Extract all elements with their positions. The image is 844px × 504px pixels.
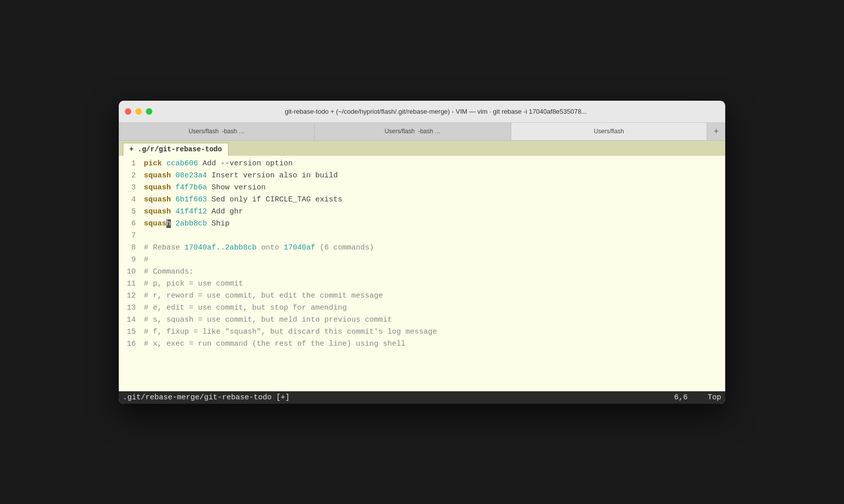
line-content-2: squash 08e23a4 Insert version also in bu… <box>144 170 338 181</box>
editor-area: + .g/r/git-rebase-todo 1 pick ccab606 Ad… <box>119 141 725 391</box>
comment-8b: onto <box>257 243 284 252</box>
line-num-4: 4 <box>119 194 144 205</box>
maximize-button[interactable] <box>146 108 152 115</box>
close-button[interactable] <box>125 108 131 115</box>
line-content-14: # s, squash = use commit, but meld into … <box>144 314 392 326</box>
tab-1-label: Users/flash <box>188 128 219 135</box>
line-num-8: 8 <box>119 242 144 254</box>
comment-8d: (6 commands) <box>315 243 374 252</box>
line-14: 14 # s, squash = use commit, but meld in… <box>119 314 725 326</box>
line-content-10: # Commands: <box>144 266 193 278</box>
tab-2[interactable]: Users/flash -bash … <box>315 123 511 140</box>
hash-1: ccab606 <box>166 159 198 168</box>
line-num-2: 2 <box>119 170 144 181</box>
line-content-3: squash f4f7b6a Show version <box>144 182 266 193</box>
desc-5: Add ghr <box>212 207 243 216</box>
line-content-4: squash 6b1f663 Sed only if CIRCLE_TAG ex… <box>144 194 342 205</box>
add-tab-icon: + <box>714 126 719 137</box>
comment-8: # Rebase <box>144 243 184 252</box>
line-3: 3 squash f4f7b6a Show version <box>119 182 725 194</box>
desc-3: Show version <box>212 183 266 192</box>
file-tab[interactable]: + .g/r/git-rebase-todo <box>123 143 229 156</box>
line-1: 1 pick ccab606 Add --version option <box>119 158 725 170</box>
line-content-1: pick ccab606 Add --version option <box>144 158 293 169</box>
window-title: git-rebase-todo + (~/code/hypriot/flash/… <box>152 108 719 115</box>
tab-2-label: Users/flash <box>384 128 414 135</box>
status-file: .git/rebase-merge/git-rebase-todo [+] <box>123 393 290 402</box>
status-right: 6,6 Top <box>674 393 721 402</box>
desc-2: Insert version also in build <box>212 171 338 180</box>
line-content-15: # f, fixup = like "squash", but discard … <box>144 326 437 338</box>
keyword-squash-6: squas <box>144 219 166 228</box>
line-num-1: 1 <box>119 158 144 169</box>
tab-3-label: Users/flash <box>594 128 624 135</box>
tab-2-sublabel: -bash … <box>418 128 441 135</box>
hash-8a: 17040af..2abb8cb <box>184 243 257 252</box>
line-content-12: # r, reword = use commit, but edit the c… <box>144 290 383 302</box>
line-13: 13 # e, edit = use commit, but stop for … <box>119 302 725 314</box>
minimize-button[interactable] <box>135 108 142 115</box>
keyword-squash-4: squash <box>144 195 171 204</box>
line-num-12: 12 <box>119 290 144 302</box>
line-content-6: squash 2abb8cb Ship <box>144 218 230 229</box>
line-num-7: 7 <box>119 230 144 241</box>
status-position: Top <box>708 393 721 402</box>
keyword-pick: pick <box>144 159 162 168</box>
line-num-10: 10 <box>119 266 144 278</box>
keyword-squash-2: squash <box>144 171 171 180</box>
line-content-11: # p, pick = use commit <box>144 278 243 290</box>
line-10: 10 # Commands: <box>119 266 725 278</box>
line-2: 2 squash 08e23a4 Insert version also in … <box>119 170 725 182</box>
line-num-15: 15 <box>119 326 144 338</box>
desc-6: Ship <box>212 219 230 228</box>
line-content-8: # Rebase 17040af..2abb8cb onto 17040af (… <box>144 242 374 254</box>
line-9: 9 # <box>119 254 725 266</box>
hash-6: 2abb8cb <box>175 219 207 228</box>
tab-bar: Users/flash -bash … Users/flash -bash … … <box>119 123 725 141</box>
line-num-5: 5 <box>119 206 144 217</box>
hash-8c: 17040af <box>284 243 315 252</box>
line-6: 6 squash 2abb8cb Ship <box>119 218 725 230</box>
keyword-squash-3: squash <box>144 183 171 192</box>
hash-3: f4f7b6a <box>175 183 207 192</box>
desc-4: Sed only if CIRCLE_TAG exists <box>212 195 342 204</box>
tab-1-sublabel: -bash … <box>222 128 245 135</box>
line-12: 12 # r, reword = use commit, but edit th… <box>119 290 725 302</box>
hash-4: 6b1f663 <box>175 195 207 204</box>
tab-3[interactable]: Users/flash <box>511 123 707 140</box>
line-content-9: # <box>144 254 148 266</box>
window-controls <box>125 108 152 115</box>
line-7: 7 <box>119 230 725 242</box>
keyword-squash-5: squash <box>144 207 171 216</box>
app-window: git-rebase-todo + (~/code/hypriot/flash/… <box>119 101 725 404</box>
line-num-16: 16 <box>119 338 144 350</box>
line-15: 15 # f, fixup = like "squash", but disca… <box>119 326 725 338</box>
line-4: 4 squash 6b1f663 Sed only if CIRCLE_TAG … <box>119 194 725 206</box>
hash-2: 08e23a4 <box>175 171 207 180</box>
desc-1: Add --version option <box>202 159 293 168</box>
code-area: 1 pick ccab606 Add --version option 2 sq… <box>119 156 725 352</box>
status-bar: .git/rebase-merge/git-rebase-todo [+] 6,… <box>119 391 725 404</box>
tab-add-button[interactable]: + <box>707 123 725 140</box>
tab-1[interactable]: Users/flash -bash … <box>119 123 315 140</box>
line-content-16: # x, exec = run command (the rest of the… <box>144 338 405 350</box>
cursor: h <box>166 219 171 228</box>
line-num-14: 14 <box>119 314 144 326</box>
title-bar: git-rebase-todo + (~/code/hypriot/flash/… <box>119 101 725 123</box>
line-11: 11 # p, pick = use commit <box>119 278 725 290</box>
status-cursor: 6,6 <box>674 393 688 402</box>
line-num-6: 6 <box>119 218 144 229</box>
line-num-13: 13 <box>119 302 144 314</box>
hash-5: 41f4f12 <box>175 207 207 216</box>
line-8: 8 # Rebase 17040af..2abb8cb onto 17040af… <box>119 242 725 254</box>
line-5: 5 squash 41f4f12 Add ghr <box>119 206 725 218</box>
line-num-9: 9 <box>119 254 144 266</box>
line-content-13: # e, edit = use commit, but stop for ame… <box>144 302 347 314</box>
line-num-3: 3 <box>119 182 144 193</box>
line-16: 16 # x, exec = run command (the rest of … <box>119 338 725 350</box>
file-tab-bar: + .g/r/git-rebase-todo <box>119 141 725 156</box>
line-num-11: 11 <box>119 278 144 290</box>
line-content-5: squash 41f4f12 Add ghr <box>144 206 243 217</box>
